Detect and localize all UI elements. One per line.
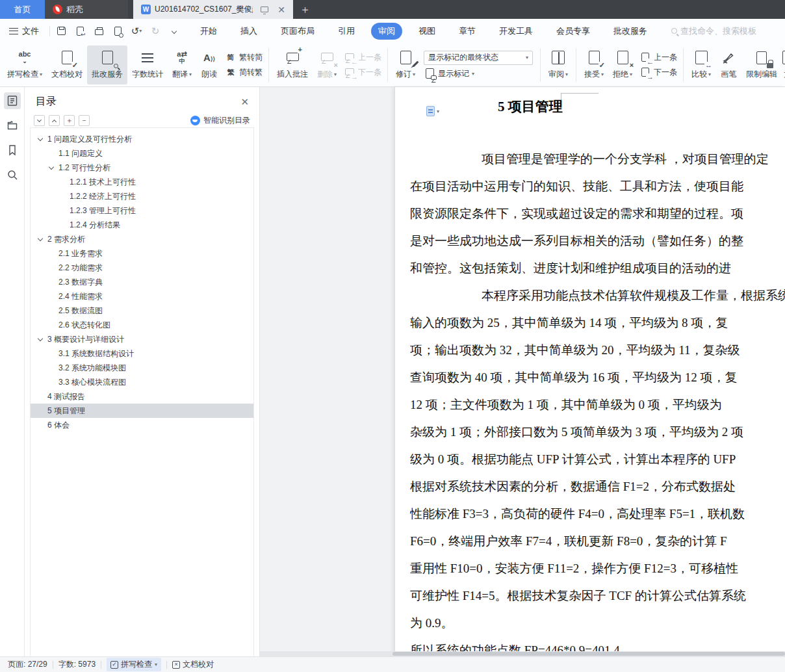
toc-item[interactable]: 1 问题定义及可行性分析 — [31, 132, 253, 146]
brush-button[interactable]: 画笔 — [715, 45, 741, 84]
monitor-icon[interactable] — [261, 6, 268, 12]
toc-item[interactable]: 2.5 数据流图 — [31, 304, 253, 318]
find-button[interactable] — [4, 166, 21, 183]
doc-text-line[interactable]: 和管控。这包括策划、进度计划和维护组成项目的活动的进 — [410, 255, 785, 282]
ribbon-tab[interactable]: 页面布局 — [274, 23, 322, 40]
insert-comment-button[interactable]: + 插入批注 — [272, 45, 313, 84]
doc-text-line[interactable]: 在项目活动中运用专门的知识、技能、工具和方法，使项目能 — [410, 173, 785, 200]
markup-state-select[interactable]: 显示标记的最终状态▾ — [424, 51, 533, 65]
toc-item[interactable]: 1.2.4 分析结果 — [31, 218, 253, 232]
toc-item[interactable]: 5 项目管理 — [31, 404, 253, 418]
doc-text-line[interactable]: 重用性 F10=0，安装方便 F11=2，操作方便 F12=3，可移植性 — [410, 555, 785, 582]
next-change-button[interactable]: →下一条 — [639, 67, 677, 78]
ribbon-tab[interactable]: 开始 — [193, 23, 224, 40]
clipped-button[interactable]: 文 — [782, 45, 785, 84]
toc-item[interactable]: 6 体会 — [31, 418, 253, 432]
delete-comment-button[interactable]: × 删除▾ — [313, 45, 341, 84]
doc-proof-button[interactable]: ✓ 文档校对 — [47, 45, 87, 84]
doc-text-line[interactable]: F6=0，终端用户效率 F7=4，联机更新 F8=0，复杂的计算 F — [410, 528, 785, 555]
close-tab-icon[interactable]: ✕ — [277, 5, 285, 15]
show-markup-button[interactable]: 显示标记▾ — [424, 68, 533, 79]
tab-document[interactable]: W U201614702_CS1607_樊俊超 ✕ — [133, 0, 293, 19]
track-changes-button[interactable]: 修订▾ — [391, 45, 420, 84]
chevron-down-icon[interactable] — [38, 235, 43, 240]
doc-text-line[interactable]: 根据对系统技术因素的分析，数据通信 F1=2，分布式数据处 — [410, 473, 785, 500]
undo-button[interactable]: ↺▾ — [129, 24, 144, 38]
restrict-edit-button[interactable]: 限制编辑 — [741, 45, 782, 84]
ribbon-tab[interactable]: 插入 — [233, 23, 264, 40]
prev-comment-button[interactable]: ←上一条 — [344, 52, 381, 63]
chevron-down-icon[interactable] — [38, 135, 43, 140]
reject-button[interactable]: × 拒绝▾ — [608, 45, 637, 84]
chevron-down-icon[interactable] — [38, 335, 43, 341]
margin-page-marker[interactable]: ▾ — [426, 106, 439, 116]
doc-text-line[interactable]: 查询项数为 40 项，其中简单级为 16 项，平均级为 12 项，复 — [410, 364, 785, 391]
doc-text-line[interactable]: 级为 0 项。根据功能点 UFP 计算公式，计算出本程序的 UFP — [410, 446, 785, 473]
accept-button[interactable]: ✓ 接受▾ — [580, 45, 608, 84]
zoom-in-outline-button[interactable]: ＋ — [64, 115, 75, 126]
doc-proof-toggle[interactable]: × 文档校对 — [172, 659, 214, 670]
scrollbar-thumb[interactable] — [392, 652, 785, 656]
document-page[interactable]: ▾ 5 项目管理 项目管理是管理学的一个分支学科 ，对项目管理的定在项目活动中运… — [394, 87, 785, 656]
document-heading[interactable]: 5 项目管理 — [498, 97, 563, 116]
spell-check-button[interactable]: abc⌄ 拼写检查▾ — [3, 45, 47, 84]
doc-text-line[interactable]: 项目管理是管理学的一个分支学科 ，对项目管理的定 — [410, 146, 785, 173]
ribbon-tab[interactable]: 批改服务 — [606, 23, 654, 40]
file-menu-button[interactable]: 文件 — [0, 25, 45, 37]
toc-item[interactable]: 4 测试报告 — [31, 389, 253, 404]
ribbon-tab[interactable]: 章节 — [452, 23, 483, 40]
next-comment-button[interactable]: →下一条 — [344, 67, 381, 78]
toc-item[interactable]: 1.2.3 管理上可行性 — [31, 203, 253, 218]
chevron-down-icon[interactable] — [49, 164, 54, 169]
chapter-nav-button[interactable] — [4, 117, 21, 134]
doc-text-line[interactable]: 12 项；主文件项数为 1 项，其中简单级为 0 项，平均级为 — [410, 391, 785, 419]
ribbon-tab[interactable]: 开发工具 — [492, 23, 540, 40]
toc-item[interactable]: 1.2 可行性分析 — [31, 161, 253, 175]
collapse-toolbar-button[interactable] — [167, 24, 181, 38]
close-toc-icon[interactable]: ✕ — [240, 96, 249, 108]
horizontal-scrollbar[interactable] — [260, 651, 785, 656]
outline-panel-button[interactable] — [4, 92, 21, 109]
doc-text-line[interactable]: 杂级为 1 项；外部接口数为 5 项简单级为 3 项，平均级为 2 项 — [410, 419, 785, 446]
doc-text-line[interactable]: 性能标准 F3=3，高负荷的硬件 F4=0，高处理率 F5=1，联机数 — [410, 500, 785, 528]
doc-text-line[interactable]: 可维护性 F14=5。根据技术复杂因子 TCF 的计算公式估算系统 — [410, 582, 785, 610]
review-pane-button[interactable]: 审阅▾ — [544, 45, 573, 84]
compare-button[interactable]: ↔ 比较▾ — [687, 45, 715, 84]
word-count-button[interactable]: 字数统计 — [127, 45, 168, 84]
redo-button[interactable]: ↻ — [148, 24, 162, 38]
bookmark-button[interactable] — [4, 142, 21, 159]
toc-item[interactable]: 2.2 功能需求 — [31, 261, 253, 275]
toc-item[interactable]: 3 概要设计与详细设计 — [31, 332, 253, 346]
ribbon-tab[interactable]: 引用 — [331, 23, 362, 40]
ribbon-tab[interactable]: 审阅 — [371, 23, 402, 40]
ribbon-tab[interactable]: 会员专享 — [549, 23, 597, 40]
smart-recognize-button[interactable]: 智能识别目录 — [190, 115, 250, 126]
trad-to-simp-button[interactable]: 简繁转简 — [225, 52, 263, 63]
command-search[interactable]: 查找命令、搜索模板 — [671, 25, 756, 37]
word-count-indicator[interactable]: 字数: 5973 — [58, 659, 96, 670]
doc-text-line[interactable]: 项；输出项数为 32，其中简单级为 20，平均级为 11，复杂级 — [410, 337, 785, 364]
zoom-out-outline-button[interactable]: － — [79, 115, 90, 126]
toc-item[interactable]: 2.6 状态转化图 — [31, 318, 253, 332]
toc-item[interactable]: 1.2.1 技术上可行性 — [31, 175, 253, 189]
toc-item[interactable]: 2.1 业务需求 — [31, 246, 253, 261]
toc-item[interactable]: 1.2.2 经济上可行性 — [31, 189, 253, 203]
doc-text-line[interactable]: 为 0.9。 — [410, 610, 785, 637]
simp-to-trad-button[interactable]: 繁简转繁 — [225, 67, 263, 78]
doc-text-line[interactable]: 输入的项数为 25，其中简单级为 14 项，平均级为 8 项，复 — [410, 309, 785, 337]
collapse-all-button[interactable] — [49, 115, 60, 126]
tab-home[interactable]: 首页 — [0, 0, 45, 19]
tab-docer[interactable]: 稻壳 — [45, 0, 128, 19]
prev-change-button[interactable]: ←上一条 — [639, 52, 677, 63]
export-button[interactable] — [73, 24, 87, 38]
spell-check-toggle[interactable]: ✓ 拼写检查 ▾ — [107, 658, 161, 671]
print-button[interactable] — [92, 24, 106, 38]
toc-item[interactable]: 2 需求分析 — [31, 232, 253, 246]
toc-item[interactable]: 1.1 问题定义 — [31, 146, 253, 161]
toc-item[interactable]: 3.3 核心模块流程图 — [31, 375, 253, 389]
save-button[interactable] — [54, 24, 68, 38]
expand-all-button[interactable] — [34, 115, 45, 126]
translate-button[interactable]: a⇄中 翻译▾ — [168, 45, 196, 84]
print-preview-button[interactable] — [110, 24, 125, 38]
new-tab-button[interactable]: ＋ — [293, 0, 317, 19]
